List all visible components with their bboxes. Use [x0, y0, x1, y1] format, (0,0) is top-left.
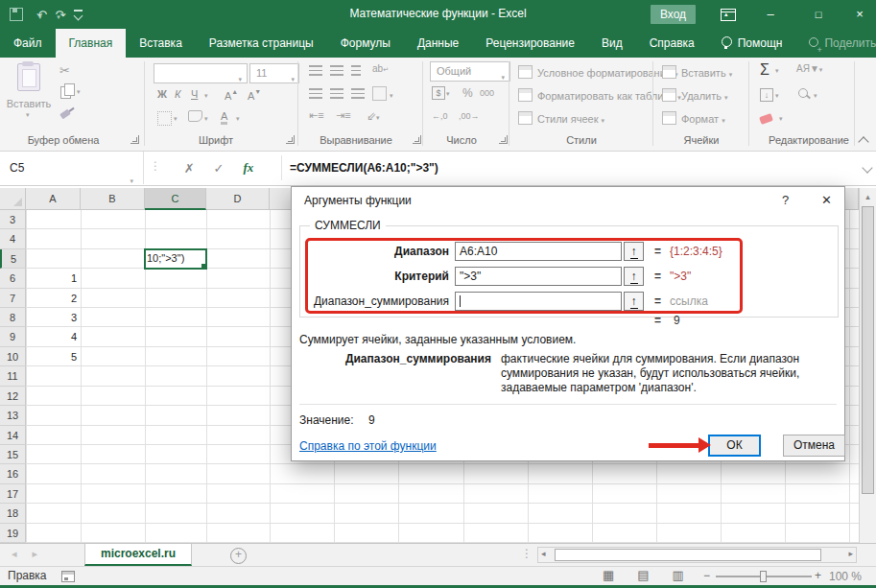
align-center-icon[interactable]: [330, 88, 343, 99]
zoom-in-icon[interactable]: +: [815, 569, 821, 582]
clear-icon[interactable]: [759, 113, 773, 125]
fill-handle[interactable]: [201, 263, 207, 270]
tab-поделиться[interactable]: Поделиться: [795, 29, 876, 58]
column-header-a[interactable]: A: [26, 188, 81, 210]
active-cell[interactable]: 10;">3"): [144, 248, 207, 270]
row-header-7[interactable]: 7: [0, 289, 26, 308]
arg-input[interactable]: ">3": [455, 267, 622, 286]
tab-вид[interactable]: Вид: [588, 29, 636, 58]
clear-dropdown-icon[interactable]: ▾: [779, 115, 783, 123]
row-header-10[interactable]: 10: [0, 347, 26, 366]
tabbar-splitter[interactable]: ⋮: [521, 547, 533, 560]
percent-style-button[interactable]: %: [462, 86, 473, 100]
autosum-button[interactable]: Σ: [760, 61, 769, 79]
accounting-format-icon[interactable]: $: [432, 86, 445, 100]
tab-вставка[interactable]: Вставка: [126, 29, 196, 58]
cancel-button[interactable]: Отмена: [783, 435, 845, 457]
tab-помощн[interactable]: Помощн: [708, 29, 796, 58]
insert-function-icon[interactable]: fx: [243, 160, 253, 176]
number-format-combobox[interactable]: Общий▾: [430, 61, 510, 82]
sheet-tab-active[interactable]: microexcel.ru: [84, 544, 192, 566]
horizontal-scroll-thumb[interactable]: [555, 549, 821, 561]
accounting-dropdown-icon[interactable]: ▾: [446, 90, 450, 98]
ribbon-display-options-icon[interactable]: [721, 9, 736, 21]
underline-button[interactable]: Ч: [191, 88, 198, 100]
cut-icon[interactable]: ✂: [59, 63, 70, 78]
decrease-decimal-icon[interactable]: ,00→: [459, 111, 480, 121]
name-box[interactable]: C5▾: [0, 152, 144, 184]
close-button[interactable]: ×: [843, 0, 876, 29]
arg-input[interactable]: [455, 292, 622, 311]
row-header-6[interactable]: 6: [0, 269, 26, 288]
paste-icon[interactable]: [17, 63, 40, 91]
format-painter-icon[interactable]: [59, 109, 71, 120]
row-header-5[interactable]: 5: [0, 249, 26, 269]
sheet-next-icon[interactable]: ▸: [33, 548, 54, 559]
scroll-left-icon[interactable]: ◂: [541, 549, 546, 558]
row-header-11[interactable]: 11: [0, 366, 26, 386]
fill-color-icon[interactable]: [188, 110, 202, 122]
italic-button[interactable]: К: [175, 88, 180, 100]
font-color-icon[interactable]: А: [221, 110, 227, 125]
column-header-b[interactable]: B: [81, 188, 145, 210]
minimize-button[interactable]: –: [754, 0, 787, 29]
tab-справка[interactable]: Справка: [636, 29, 708, 58]
column-header-c[interactable]: C: [145, 188, 206, 210]
cancel-entry-icon[interactable]: ✗: [184, 161, 195, 176]
align-middle-icon[interactable]: [330, 65, 343, 76]
maximize-button[interactable]: □: [802, 0, 835, 29]
column-header-d[interactable]: D: [206, 188, 270, 210]
tab-главная[interactable]: Главная: [56, 29, 127, 58]
align-right-icon[interactable]: [351, 88, 365, 99]
copy-dropdown-icon[interactable]: ▾: [77, 88, 81, 96]
row-header-18[interactable]: 18: [0, 504, 26, 523]
dialog-title-bar[interactable]: Аргументы функции ? ✕: [292, 187, 844, 214]
row-header-4[interactable]: 4: [0, 229, 26, 248]
select-all-corner[interactable]: [0, 188, 26, 210]
dialog-help-icon[interactable]: ?: [782, 187, 789, 214]
cell-A9[interactable]: 4: [26, 327, 81, 346]
tab-file[interactable]: Файл: [0, 29, 56, 58]
font-dialog-launcher-icon[interactable]: [286, 135, 295, 144]
confirm-entry-icon[interactable]: ✓: [214, 161, 225, 176]
sign-in-button[interactable]: Вход: [651, 5, 696, 24]
vertical-scrollbar[interactable]: ▴: [859, 188, 876, 543]
grow-font-button[interactable]: А▲: [225, 88, 238, 102]
align-top-icon[interactable]: [309, 65, 322, 76]
find-select-icon[interactable]: [798, 88, 808, 98]
macro-record-icon[interactable]: [61, 571, 75, 582]
paste-button[interactable]: Вставить: [2, 98, 56, 109]
borders-icon[interactable]: [157, 111, 172, 126]
cells-item-2[interactable]: Удалить ▾: [662, 88, 728, 102]
decrease-indent-icon[interactable]: ⇤≡: [309, 109, 324, 122]
tab-рецензирование[interactable]: Рецензирование: [472, 29, 588, 58]
namebox-splitter[interactable]: ⋮: [150, 159, 161, 173]
wrap-text-icon[interactable]: ⇙▾: [367, 109, 380, 123]
align-bottom-icon[interactable]: [351, 65, 361, 76]
cells-item-1[interactable]: Вставить ▾: [662, 65, 732, 79]
font-size-combobox[interactable]: 11▾: [249, 63, 299, 83]
cell-A7[interactable]: 2: [26, 289, 81, 308]
row-header-17[interactable]: 17: [0, 484, 26, 504]
autosum-dropdown-icon[interactable]: ▾: [775, 67, 779, 75]
collapse-dialog-picker-icon[interactable]: ↑: [624, 242, 644, 261]
copy-icon[interactable]: [60, 86, 71, 99]
formula-input[interactable]: =СУММЕСЛИ(A6:A10;">3"): [290, 152, 438, 184]
tab-разметка-страницы[interactable]: Разметка страницы: [196, 29, 327, 58]
merge-center-icon[interactable]: [372, 86, 387, 101]
zoom-out-icon[interactable]: −: [703, 569, 710, 582]
horizontal-scrollbar[interactable]: ◂ ▸: [537, 547, 857, 563]
row-header-14[interactable]: 14: [0, 426, 26, 445]
row-header-19[interactable]: 19: [0, 524, 26, 543]
collapse-dialog-picker-icon[interactable]: ↑: [624, 292, 644, 311]
arg-input[interactable]: A6:A10: [455, 242, 622, 261]
row-header-16[interactable]: 16: [0, 464, 26, 483]
increase-indent-icon[interactable]: ⇥≡: [336, 109, 351, 122]
normal-view-icon[interactable]: ▦: [603, 568, 637, 582]
page-break-view-icon[interactable]: ▥: [673, 568, 707, 582]
row-header-3[interactable]: 3: [0, 210, 26, 229]
align-left-icon[interactable]: [309, 88, 322, 99]
cell-A6[interactable]: 1: [26, 269, 81, 288]
new-sheet-icon[interactable]: +: [230, 548, 247, 564]
row-header-9[interactable]: 9: [0, 327, 26, 346]
